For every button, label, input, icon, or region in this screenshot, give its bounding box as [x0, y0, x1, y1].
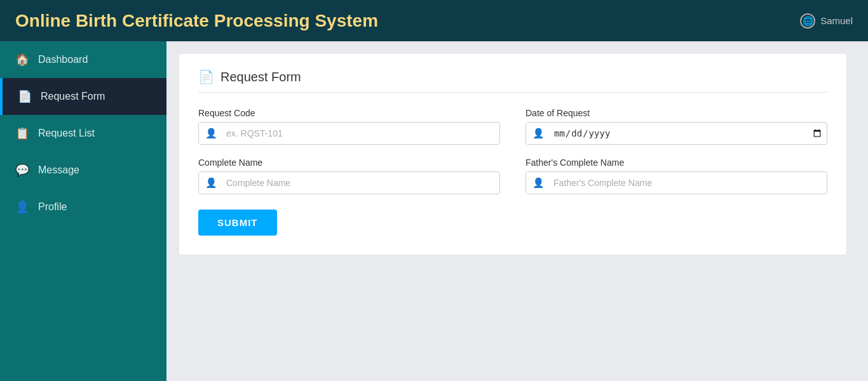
date-of-request-input-wrapper: 👤 — [526, 122, 827, 145]
file-icon: 📄 — [18, 90, 32, 104]
fathers-name-label: Father's Complete Name — [526, 157, 827, 168]
complete-name-group: Complete Name 👤 — [198, 157, 500, 194]
request-code-input[interactable] — [224, 123, 499, 144]
home-icon: 🏠 — [15, 53, 29, 67]
sidebar-label-request-list: Request List — [38, 128, 95, 139]
date-of-request-label: Date of Request — [526, 108, 827, 118]
form-title-text: Request Form — [220, 70, 301, 84]
user-info: 🌐 Samuel — [800, 13, 853, 29]
sidebar: 🏠 Dashboard 📄 Request Form 📋 Request Lis… — [0, 41, 166, 381]
sidebar-label-request-form: Request Form — [41, 91, 105, 102]
sidebar-item-request-list[interactable]: 📋 Request List — [0, 115, 166, 152]
request-code-input-wrapper: 👤 — [198, 122, 500, 145]
request-code-icon: 👤 — [199, 123, 224, 144]
sidebar-label-profile: Profile — [38, 201, 67, 213]
date-of-request-group: Date of Request 👤 — [526, 108, 827, 145]
request-code-group: Request Code 👤 — [198, 108, 500, 145]
form-title: 📄 Request Form — [198, 69, 827, 93]
fathers-name-group: Father's Complete Name 👤 — [526, 157, 827, 194]
form-grid: Request Code 👤 Date of Request 👤 — [198, 108, 827, 194]
sidebar-item-dashboard[interactable]: 🏠 Dashboard — [0, 41, 166, 78]
main-content: 📄 Request Form Request Code 👤 Date of Re… — [166, 41, 868, 381]
user-icon: 👤 — [15, 200, 29, 214]
main-layout: 🏠 Dashboard 📄 Request Form 📋 Request Lis… — [0, 41, 868, 381]
sidebar-label-dashboard: Dashboard — [38, 54, 88, 65]
sidebar-item-message[interactable]: 💬 Message — [0, 152, 166, 189]
app-header: Online Birth Certificate Processing Syst… — [0, 0, 868, 41]
complete-name-label: Complete Name — [198, 157, 500, 168]
request-code-label: Request Code — [198, 108, 500, 118]
sidebar-item-request-form[interactable]: 📄 Request Form — [0, 78, 166, 115]
complete-name-input-wrapper: 👤 — [198, 171, 500, 194]
app-title: Online Birth Certificate Processing Syst… — [15, 11, 378, 31]
fathers-name-input[interactable] — [551, 173, 827, 193]
fathers-name-icon: 👤 — [526, 172, 551, 194]
sidebar-label-message: Message — [38, 164, 79, 176]
username: Samuel — [820, 15, 853, 26]
fathers-name-input-wrapper: 👤 — [526, 171, 827, 194]
globe-icon: 🌐 — [800, 13, 815, 29]
date-icon: 👤 — [526, 123, 551, 144]
submit-button[interactable]: SUBMIT — [198, 210, 277, 236]
date-of-request-input[interactable] — [551, 123, 827, 144]
complete-name-input[interactable] — [224, 173, 499, 193]
list-icon: 📋 — [15, 126, 29, 140]
sidebar-item-profile[interactable]: 👤 Profile — [0, 189, 166, 225]
chat-icon: 💬 — [15, 163, 29, 177]
form-doc-icon: 📄 — [198, 69, 214, 84]
complete-name-icon: 👤 — [199, 172, 224, 194]
form-card: 📄 Request Form Request Code 👤 Date of Re… — [179, 54, 846, 255]
